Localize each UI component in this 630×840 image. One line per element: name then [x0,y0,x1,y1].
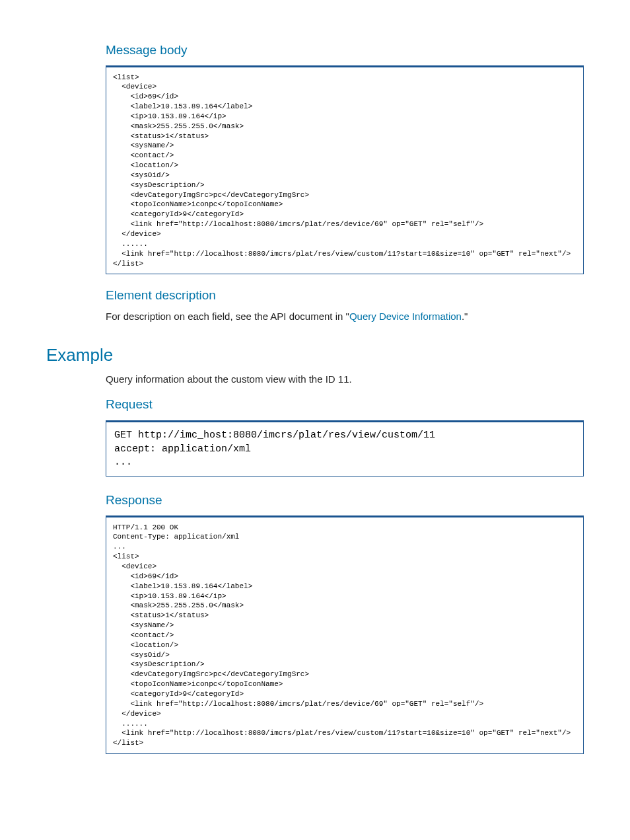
element-desc-before: For description on each field, see the A… [106,311,349,322]
message-body-code: <list> <device> <id>69</id> <label>10.15… [106,65,584,275]
request-code: GET http://imc_host:8080/imcrs/plat/res/… [106,420,584,477]
message-body-heading: Message body [106,41,584,60]
element-desc-after: ." [462,311,468,322]
response-heading: Response [106,491,584,510]
request-heading: Request [106,395,584,414]
query-device-info-link[interactable]: Query Device Information [349,311,462,322]
element-description-heading: Element description [106,286,584,305]
example-intro: Query information about the custom view … [106,372,584,387]
response-code: HTTP/1.1 200 OK Content-Type: applicatio… [106,515,584,754]
example-heading: Example [46,342,584,368]
element-description-text: For description on each field, see the A… [106,309,584,325]
